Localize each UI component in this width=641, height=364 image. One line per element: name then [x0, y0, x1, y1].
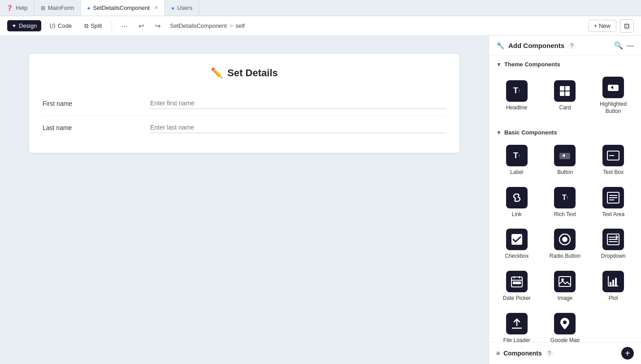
code-button[interactable]: ⟨/⟩ Code	[45, 20, 76, 31]
basic-section-header[interactable]: ▼ Basic Components	[489, 124, 641, 139]
headline-label: Headline	[506, 104, 527, 112]
collapse-button[interactable]: —	[627, 42, 634, 50]
component-highlighted-button[interactable]: Highlighted Button	[589, 71, 637, 120]
tab-setdetails[interactable]: ● SetDetailsComponent ✕	[81, 0, 165, 16]
theme-section-title: Theme Components	[504, 61, 560, 68]
component-dropdown[interactable]: Dropdown	[589, 223, 637, 265]
radiobutton-label: Radio Button	[550, 253, 580, 260]
breadcrumb-component: SetDetailsComponent	[170, 22, 226, 29]
theme-section-header[interactable]: ▼ Theme Components	[489, 56, 641, 71]
design-button[interactable]: ✦ Design	[7, 20, 41, 31]
component-radiobutton[interactable]: Radio Button	[541, 223, 589, 265]
components-info-icon[interactable]: ?	[546, 349, 554, 357]
svg-rect-32	[612, 280, 614, 286]
more-options-button[interactable]: ⋯	[117, 20, 131, 32]
panel-info-icon[interactable]: ?	[568, 42, 576, 50]
tab-bar: ❓ Help ⊞ MainForm ● SetDetailsComponent …	[0, 0, 641, 16]
card-icon	[554, 80, 576, 102]
fileloader-label: File Loader	[503, 337, 530, 342]
code-icon: ⟨/⟩	[49, 22, 56, 29]
form-row-lastname: Last name	[43, 116, 446, 139]
fileloader-icon	[506, 313, 528, 334]
googlemap-label: Google Map	[550, 337, 580, 342]
basic-section-title: Basic Components	[504, 129, 557, 136]
firstname-input[interactable]	[150, 98, 446, 109]
component-datepicker[interactable]: Date Picker	[493, 265, 541, 308]
image-icon	[554, 271, 576, 292]
form-card: ✏️ Set Details First name Last name	[29, 54, 459, 153]
component-fileloader[interactable]: File Loader	[493, 308, 541, 342]
panel-bottom: ≡ Components ? +	[489, 342, 641, 364]
component-label[interactable]: T↑ Label	[493, 139, 541, 182]
datepicker-icon	[506, 271, 528, 292]
search-button[interactable]: 🔍	[614, 41, 623, 50]
dropdown-icon	[602, 229, 624, 250]
component-plot[interactable]: Plot	[589, 265, 637, 308]
undo-button[interactable]: ↩	[135, 20, 148, 32]
breadcrumb: SetDetailsComponent > self	[170, 22, 244, 29]
right-panel: 🔧 Add Components ? 🔍 — ▼ Theme Component…	[489, 36, 641, 364]
component-link[interactable]: Link	[493, 182, 541, 224]
image-label: Image	[558, 295, 572, 302]
wrench-icon: 🔧	[496, 42, 505, 50]
new-label: + New	[594, 22, 611, 29]
split-icon: ⧉	[84, 22, 88, 30]
redo-button[interactable]: ↪	[152, 20, 165, 32]
component-button[interactable]: Button	[541, 139, 589, 182]
component-googlemap[interactable]: Google Map	[541, 308, 589, 342]
component-checkbox[interactable]: Checkbox	[493, 223, 541, 265]
code-label: Code	[58, 22, 72, 29]
textbox-icon	[602, 145, 624, 166]
components-label: Components	[503, 350, 542, 357]
plot-label: Plot	[609, 295, 618, 302]
toolbar: ✦ Design ⟨/⟩ Code ⧉ Split ⋯ ↩ ↪ SetDetai…	[0, 16, 641, 36]
layout-button[interactable]: ⊡	[620, 19, 634, 33]
tab-mainform[interactable]: ⊞ MainForm	[35, 0, 81, 16]
svg-rect-33	[615, 278, 617, 286]
component-textarea[interactable]: Text Area	[589, 182, 637, 224]
breadcrumb-self: self	[236, 22, 245, 29]
canvas: ✏️ Set Details First name Last name	[0, 36, 489, 364]
svg-rect-31	[610, 282, 611, 286]
label-label: Label	[510, 169, 523, 176]
tab-mainform-label: MainForm	[48, 4, 74, 11]
tab-help[interactable]: ❓ Help	[0, 0, 35, 16]
tab-users-label: Users	[177, 4, 192, 11]
headline-icon: T↑	[506, 80, 528, 102]
component-headline[interactable]: T↑ Headline	[493, 71, 541, 120]
dropdown-label: Dropdown	[601, 253, 626, 260]
highlighted-button-label: Highlighted Button	[593, 101, 634, 115]
svg-point-35	[563, 321, 567, 324]
tab-help-label: Help	[16, 4, 28, 11]
button-label: Button	[557, 169, 573, 176]
tab-setdetails-close[interactable]: ✕	[154, 5, 158, 11]
svg-rect-1	[565, 86, 570, 91]
checkbox-label: Checkbox	[505, 253, 528, 260]
svg-rect-26	[559, 277, 571, 286]
lastname-input[interactable]	[150, 122, 446, 133]
textarea-label: Text Area	[602, 211, 624, 218]
setdetails-tab-icon: ●	[87, 5, 90, 11]
datepicker-label: Date Picker	[503, 295, 531, 302]
component-richtext[interactable]: T↑ Rich Text	[541, 182, 589, 224]
main-area: ✏️ Set Details First name Last name 🔧 Ad…	[0, 36, 641, 364]
component-image[interactable]: Image	[541, 265, 589, 308]
component-textbox[interactable]: Text Box	[589, 139, 637, 182]
add-component-button[interactable]: +	[621, 347, 634, 360]
panel-content: ▼ Theme Components T↑ Headline Card	[489, 56, 641, 342]
link-label: Link	[512, 211, 522, 218]
page-title-text: Set Details	[227, 67, 278, 79]
svg-rect-2	[560, 91, 564, 96]
mainform-tab-icon: ⊞	[41, 5, 45, 11]
tab-users[interactable]: ● Users	[165, 0, 199, 16]
textbox-label: Text Box	[603, 169, 624, 176]
split-button[interactable]: ⧉ Split	[80, 20, 106, 32]
label-icon: T↑	[506, 145, 528, 166]
theme-chevron-icon: ▼	[496, 61, 502, 68]
panel-title-text: Add Components	[508, 42, 564, 49]
component-card[interactable]: Card	[541, 71, 589, 120]
basic-component-grid: T↑ Label Button Text Box	[489, 139, 641, 342]
link-icon	[506, 187, 528, 208]
richtext-label: Rich Text	[554, 211, 576, 218]
new-button[interactable]: + New	[588, 20, 616, 32]
